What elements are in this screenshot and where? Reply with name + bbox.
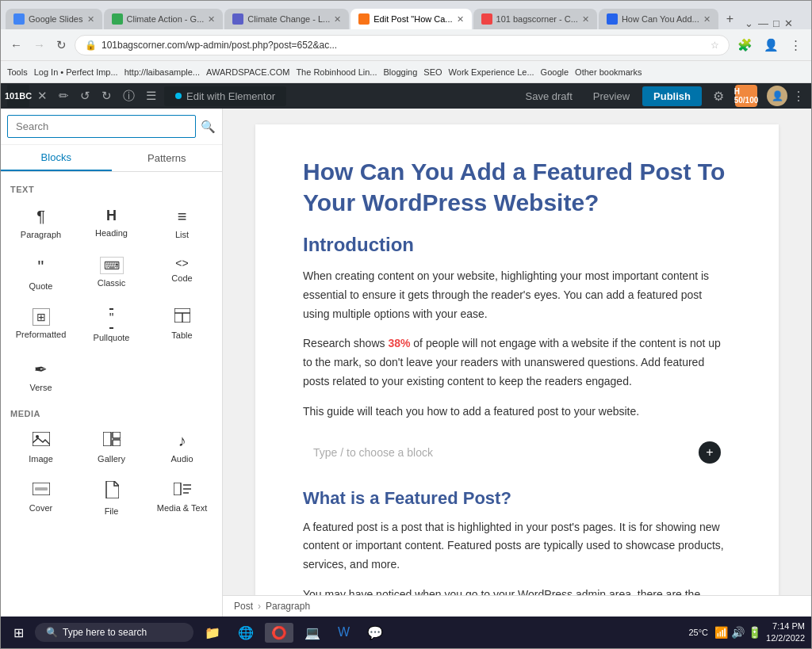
reload-button[interactable]: ↻: [53, 35, 70, 55]
tab-how-can[interactable]: How Can You Add... ✕: [599, 9, 718, 29]
bookmark-laiba[interactable]: http://laibasample...: [124, 67, 200, 77]
publish-btn[interactable]: Publish: [642, 86, 702, 106]
text-blocks-grid: ¶ Paragraph H Heading ≡ List: [4, 197, 219, 403]
tab-close-btn[interactable]: ✕: [208, 14, 215, 25]
extensions-btn[interactable]: 🧩: [734, 35, 756, 55]
close-window-btn[interactable]: ✕: [784, 17, 793, 29]
block-classic[interactable]: ⌨ Classic: [78, 250, 145, 298]
section2-heading[interactable]: What is a Featured Post?: [303, 488, 731, 509]
minimize-btn[interactable]: —: [758, 17, 768, 29]
svg-rect-7: [113, 440, 121, 446]
menu-btn[interactable]: ☰: [143, 86, 159, 106]
bookmark-robinhood[interactable]: The Robinhood Lin...: [296, 67, 377, 77]
block-media-text[interactable]: Media & Text: [148, 474, 216, 523]
save-draft-btn[interactable]: Save draft: [518, 86, 580, 106]
block-heading[interactable]: H Heading: [78, 200, 145, 246]
section2-body-2[interactable]: You may have noticed when you go to your…: [303, 586, 731, 595]
block-image[interactable]: Image: [7, 425, 75, 471]
edit-with-elementor-btn[interactable]: Edit with Elementor: [164, 86, 286, 106]
new-tab-button[interactable]: +: [720, 9, 740, 29]
close-panel-btn[interactable]: ✕: [34, 86, 51, 106]
redo-btn[interactable]: ↻: [98, 86, 115, 106]
intro-body-3[interactable]: This guide will teach you how to add a f…: [303, 403, 731, 422]
block-code[interactable]: <> Code: [148, 250, 216, 298]
vscode-icon: 💻: [304, 625, 320, 640]
tab-close-btn[interactable]: ✕: [87, 14, 94, 25]
tab-close-btn[interactable]: ✕: [334, 14, 341, 25]
tab-google-slides[interactable]: Google Slides ✕: [6, 9, 102, 29]
intro-body-1[interactable]: When creating content on your website, h…: [303, 267, 731, 323]
taskbar-vscode[interactable]: 💻: [298, 623, 327, 643]
classic-icon: ⌨: [100, 257, 124, 274]
settings-gear-btn[interactable]: ⚙: [707, 86, 730, 107]
undo-btn[interactable]: ↺: [77, 86, 94, 106]
start-button[interactable]: ⊞: [7, 622, 30, 643]
tab-101bags[interactable]: 101 bagscorner - C... ✕: [473, 9, 597, 29]
taskbar-search[interactable]: 🔍 Type here to search: [35, 623, 193, 642]
taskbar-clock[interactable]: 7:14 PM 12/2/2022: [766, 620, 805, 645]
url-bar[interactable]: 🔒 101bagscorner.com/wp-admin/post.php?po…: [75, 35, 730, 55]
tab-close-btn[interactable]: ✕: [457, 14, 464, 25]
bookmark-other[interactable]: Other bookmarks: [575, 67, 642, 77]
tab-title: How Can You Add...: [622, 14, 699, 24]
forward-button[interactable]: →: [30, 35, 48, 55]
info-btn[interactable]: ⓘ: [120, 86, 138, 107]
taskbar-chrome[interactable]: ⭕: [265, 623, 293, 643]
more-options-wp-btn[interactable]: ⋮: [792, 89, 805, 104]
add-block-btn[interactable]: +: [699, 441, 721, 464]
block-quote[interactable]: " Quote: [7, 250, 75, 298]
user-avatar-btn[interactable]: 👤: [767, 86, 787, 106]
block-pullquote[interactable]: " Pullquote: [78, 301, 145, 349]
bookmark-google[interactable]: Google: [541, 67, 569, 77]
tab-close-btn[interactable]: ✕: [703, 14, 710, 25]
star-icon[interactable]: ☆: [710, 40, 719, 51]
yoast-score-badge[interactable]: H 50/100: [735, 85, 757, 107]
block-gallery[interactable]: Gallery: [78, 425, 145, 471]
block-preformatted[interactable]: ⊞ Preformatted: [7, 301, 75, 349]
tab-close-btn[interactable]: ✕: [582, 14, 589, 25]
back-button[interactable]: ←: [7, 35, 25, 55]
block-verse[interactable]: ✒ Verse: [7, 353, 75, 399]
block-placeholder-area[interactable]: Type / to choose a block +: [303, 433, 731, 472]
tab-patterns[interactable]: Patterns: [112, 145, 223, 171]
taskbar-search-text: Type here to search: [63, 627, 147, 638]
search-btn[interactable]: 🔍: [201, 120, 216, 134]
block-paragraph[interactable]: ¶ Paragraph: [7, 200, 75, 246]
tab-bar: Google Slides ✕ Climate Action - G... ✕ …: [1, 1, 811, 29]
maximize-btn[interactable]: □: [773, 17, 779, 29]
editor-canvas[interactable]: How Can You Add a Featured Post To Your …: [255, 124, 779, 595]
search-input[interactable]: [7, 115, 196, 138]
bookmark-tools[interactable]: Tools: [7, 67, 28, 77]
tab-climate-change[interactable]: Climate Change - L... ✕: [224, 9, 349, 29]
intro-heading[interactable]: Introduction: [303, 234, 731, 256]
wp-logo-btn[interactable]: 101BC: [7, 85, 29, 107]
bookmark-bar: Tools Log In • Perfect Imp... http://lai…: [1, 61, 811, 83]
breadcrumb-paragraph[interactable]: Paragraph: [266, 601, 310, 612]
block-audio[interactable]: ♪ Audio: [148, 425, 216, 471]
bookmark-seo[interactable]: SEO: [423, 67, 442, 77]
tab-overflow-btn[interactable]: ⌄: [745, 17, 753, 29]
preview-btn[interactable]: Preview: [585, 86, 638, 106]
more-options-btn[interactable]: ⋮: [787, 35, 805, 55]
taskbar-word[interactable]: W: [331, 623, 356, 642]
editor-canvas-scroll[interactable]: How Can You Add a Featured Post To Your …: [223, 109, 811, 595]
block-table[interactable]: Table: [148, 301, 216, 349]
block-list[interactable]: ≡ List: [148, 200, 216, 246]
post-title[interactable]: How Can You Add a Featured Post To Your …: [303, 156, 731, 218]
block-file[interactable]: File: [78, 474, 145, 523]
bookmark-work[interactable]: Work Experience Le...: [449, 67, 534, 77]
tab-climate-action[interactable]: Climate Action - G... ✕: [104, 9, 224, 29]
tab-edit-post[interactable]: Edit Post "How Ca... ✕: [350, 9, 471, 29]
pen-icon-btn[interactable]: ✏: [56, 86, 72, 106]
profile-btn[interactable]: 👤: [760, 35, 782, 55]
tab-blocks[interactable]: Blocks: [1, 145, 112, 171]
bookmark-award[interactable]: AWARDSPACE.COM: [206, 67, 289, 77]
bookmark-blogging[interactable]: Blogging: [384, 67, 418, 77]
taskbar-file-explorer[interactable]: 📁: [198, 623, 227, 643]
taskbar-edge[interactable]: 🌐: [232, 623, 260, 643]
breadcrumb-post[interactable]: Post: [234, 601, 253, 612]
block-cover[interactable]: Cover: [7, 474, 75, 523]
bookmark-login[interactable]: Log In • Perfect Imp...: [34, 67, 118, 77]
section2-body-1[interactable]: A featured post is a post that is highli…: [303, 518, 731, 575]
taskbar-whatsapp[interactable]: 💬: [361, 623, 389, 643]
